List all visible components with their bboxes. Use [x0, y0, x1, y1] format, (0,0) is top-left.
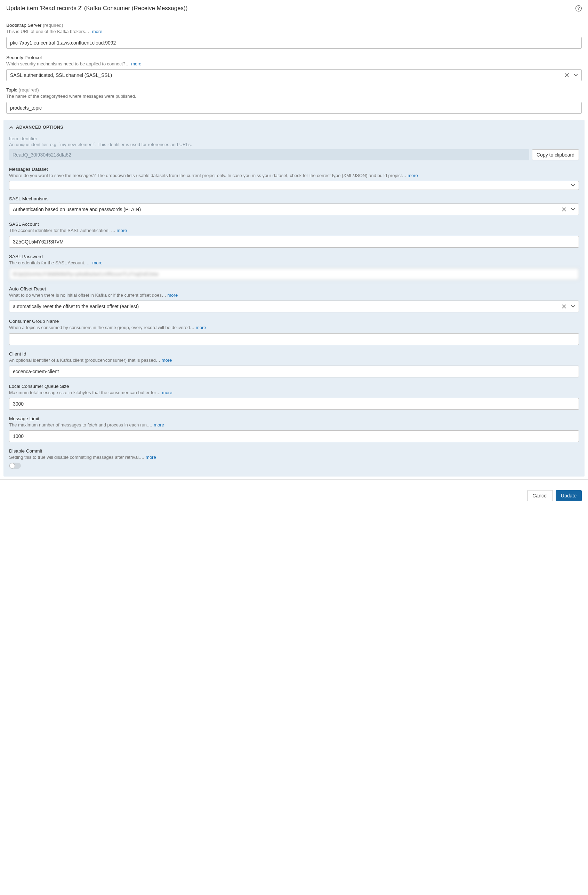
- auto-offset-label: Auto Offset Reset: [9, 286, 579, 291]
- topic-label-text: Topic: [6, 87, 17, 93]
- topic-label: Topic (required): [6, 87, 582, 93]
- disable-commit-more-link[interactable]: more: [146, 455, 156, 460]
- topic-required: (required): [18, 87, 39, 93]
- auto-offset-help-text: What to do when there is no initial offs…: [9, 293, 166, 298]
- sasl-password-label: SASL Password: [9, 254, 579, 259]
- chevron-down-icon[interactable]: [574, 74, 578, 76]
- security-label: Security Protocol: [6, 55, 582, 60]
- bootstrap-help-text: This is URL of one of the Kafka brokers.…: [6, 29, 91, 34]
- clear-icon[interactable]: [562, 207, 566, 211]
- topic-help: The name of the category/feed where mess…: [6, 93, 582, 100]
- dataset-select[interactable]: [9, 181, 579, 190]
- security-more-link[interactable]: more: [131, 61, 141, 67]
- security-value: SASL authenticated, SSL channel (SASL_SS…: [10, 72, 112, 78]
- auto-offset-select[interactable]: automatically reset the offset to the ea…: [9, 300, 579, 312]
- identifier-value: ReadQ_30f93045218dfa62: [9, 149, 529, 160]
- sasl-password-input[interactable]: [9, 268, 579, 280]
- identifier-label: Item identifier: [9, 136, 579, 141]
- copy-to-clipboard-button[interactable]: Copy to clipboard: [532, 149, 579, 160]
- bootstrap-more-link[interactable]: more: [92, 29, 103, 34]
- sasl-mech-label: SASL Mechanisms: [9, 196, 579, 202]
- dialog-header: Update item 'Read records 2' (Kafka Cons…: [0, 0, 588, 17]
- limit-more-link[interactable]: more: [154, 422, 164, 428]
- client-id-more-link[interactable]: more: [162, 358, 172, 363]
- dataset-help: Where do you want to save the messages? …: [9, 173, 579, 179]
- toggle-knob: [9, 463, 15, 469]
- bootstrap-label-text: Bootstrap Server: [6, 23, 41, 28]
- field-security-protocol: Security Protocol Which security mechani…: [6, 55, 582, 81]
- field-auto-offset: Auto Offset Reset What to do when there …: [9, 286, 579, 312]
- field-sasl-mechanisms: SASL Mechanisms Authentication based on …: [9, 196, 579, 215]
- advanced-options-panel: ADVANCED OPTIONS Item identifier An uniq…: [3, 120, 585, 477]
- group-more-link[interactable]: more: [196, 325, 206, 330]
- queue-help-text: Maximum total message size in kilobytes …: [9, 390, 161, 395]
- sasl-mech-value: Authentication based on username and pas…: [13, 206, 141, 212]
- field-client-id: Client Id An optional identifier of a Ka…: [9, 351, 579, 378]
- queue-label: Local Consumer Queue Size: [9, 384, 579, 389]
- group-input[interactable]: [9, 333, 579, 345]
- disable-commit-help: Setting this to true will disable commit…: [9, 454, 579, 461]
- queue-help: Maximum total message size in kilobytes …: [9, 390, 579, 396]
- identifier-help: An unique identifier, e.g. `my-new-eleme…: [9, 142, 579, 147]
- field-queue-size: Local Consumer Queue Size Maximum total …: [9, 384, 579, 410]
- identifier-row: ReadQ_30f93045218dfa62 Copy to clipboard: [9, 149, 579, 160]
- sasl-password-help: The credentials for the SASL Account. … …: [9, 260, 579, 266]
- security-help-text: Which security mechanisms need to be app…: [6, 61, 130, 67]
- sasl-account-more-link[interactable]: more: [117, 228, 127, 233]
- chevron-down-icon[interactable]: [571, 208, 575, 211]
- chevron-down-icon[interactable]: [571, 305, 575, 308]
- dialog-title: Update item 'Read records 2' (Kafka Cons…: [6, 5, 188, 12]
- field-messages-dataset: Messages Dataset Where do you want to sa…: [9, 167, 579, 190]
- sasl-password-more-link[interactable]: more: [92, 260, 103, 265]
- dialog-body: Bootstrap Server (required) This is URL …: [0, 17, 588, 476]
- client-id-help-text: An optional identifier of a Kafka client…: [9, 358, 160, 363]
- field-sasl-password: SASL Password The credentials for the SA…: [9, 254, 579, 280]
- auto-offset-more-link[interactable]: more: [168, 293, 178, 298]
- field-topic: Topic (required) The name of the categor…: [6, 87, 582, 114]
- sasl-account-label: SASL Account: [9, 221, 579, 227]
- dataset-more-link[interactable]: more: [408, 173, 418, 178]
- group-help-text: When a topic is consumed by consumers in…: [9, 325, 194, 330]
- disable-commit-toggle[interactable]: [9, 463, 21, 469]
- cancel-button[interactable]: Cancel: [527, 490, 553, 501]
- queue-more-link[interactable]: more: [162, 390, 173, 395]
- clear-icon[interactable]: [562, 304, 566, 308]
- update-button[interactable]: Update: [556, 490, 582, 501]
- field-consumer-group: Consumer Group Name When a topic is cons…: [9, 319, 579, 345]
- limit-help: The maximum number of messages to fetch …: [9, 422, 579, 428]
- field-disable-commit: Disable Commit Setting this to true will…: [9, 448, 579, 469]
- queue-input[interactable]: [9, 398, 579, 410]
- group-help: When a topic is consumed by consumers in…: [9, 325, 579, 331]
- topic-input[interactable]: [6, 102, 582, 114]
- disable-commit-label: Disable Commit: [9, 448, 579, 454]
- auto-offset-value: automatically reset the offset to the ea…: [13, 304, 139, 309]
- group-label: Consumer Group Name: [9, 319, 579, 324]
- sasl-account-input[interactable]: [9, 236, 579, 248]
- auto-offset-help: What to do when there is no initial offs…: [9, 292, 579, 299]
- dataset-help-text: Where do you want to save the messages? …: [9, 173, 406, 178]
- field-bootstrap-server: Bootstrap Server (required) This is URL …: [6, 23, 582, 49]
- field-message-limit: Message Limit The maximum number of mess…: [9, 416, 579, 442]
- bootstrap-help: This is URL of one of the Kafka brokers.…: [6, 29, 582, 35]
- sasl-account-help: The account identifier for the SASL auth…: [9, 228, 579, 234]
- limit-label: Message Limit: [9, 416, 579, 421]
- disable-commit-help-text: Setting this to true will disable commit…: [9, 455, 144, 460]
- field-sasl-account: SASL Account The account identifier for …: [9, 221, 579, 248]
- sasl-mech-select[interactable]: Authentication based on username and pas…: [9, 203, 579, 215]
- limit-help-text: The maximum number of messages to fetch …: [9, 422, 153, 428]
- client-id-help: An optional identifier of a Kafka client…: [9, 357, 579, 364]
- sasl-password-help-text: The credentials for the SASL Account. …: [9, 260, 91, 265]
- security-help: Which security mechanisms need to be app…: [6, 61, 582, 67]
- clear-icon[interactable]: [565, 73, 569, 77]
- advanced-header-text: ADVANCED OPTIONS: [16, 125, 63, 130]
- client-id-input[interactable]: [9, 366, 579, 378]
- help-icon[interactable]: ?: [576, 5, 582, 12]
- advanced-options-toggle[interactable]: ADVANCED OPTIONS: [3, 120, 585, 131]
- dialog-footer: Cancel Update: [0, 479, 588, 508]
- bootstrap-required: (required): [43, 23, 63, 28]
- chevron-down-icon[interactable]: [571, 184, 575, 187]
- security-select[interactable]: SASL authenticated, SSL channel (SASL_SS…: [6, 69, 582, 81]
- limit-input[interactable]: [9, 430, 579, 442]
- bootstrap-input[interactable]: [6, 37, 582, 49]
- dataset-label: Messages Dataset: [9, 167, 579, 172]
